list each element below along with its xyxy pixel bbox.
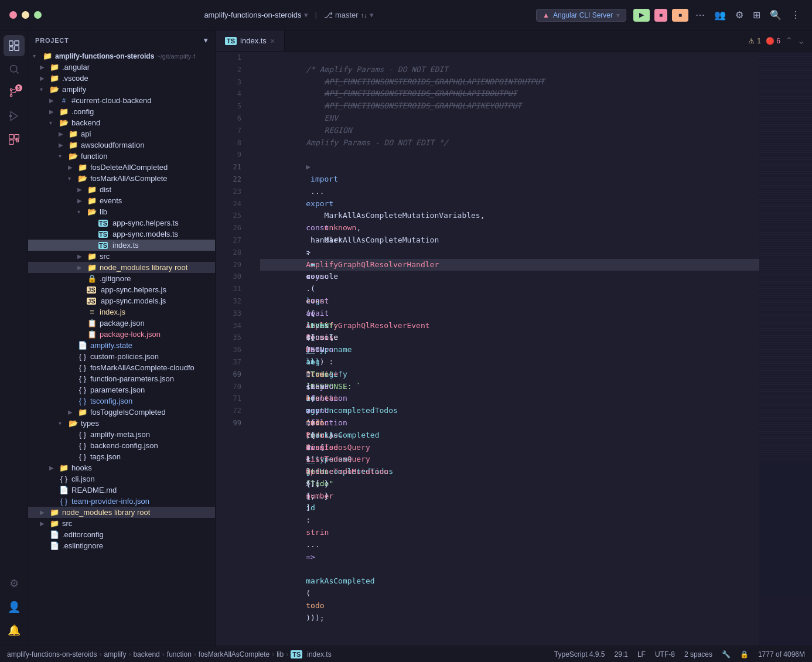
- server-badge[interactable]: ▲ Angular CLI Server ▾: [536, 9, 626, 22]
- svg-point-7: [10, 94, 12, 96]
- tree-fosMarkAllAsComplete[interactable]: ▾ 📂 fosMarkAllAsComplete: [28, 173, 215, 184]
- tree-package-lock-json[interactable]: 📋 package-lock.json: [28, 329, 215, 340]
- stop-red-button[interactable]: ■: [654, 9, 667, 22]
- breadcrumb-function[interactable]: function: [167, 650, 192, 658]
- search-activity-icon[interactable]: [4, 59, 25, 80]
- tree-amplify-meta[interactable]: { } amplify-meta.json: [28, 429, 215, 440]
- breadcrumb-index-ts[interactable]: index.ts: [307, 650, 331, 658]
- tree-awscloudformation[interactable]: ▶ 📁 awscloudformation: [28, 139, 215, 151]
- tree-eslintignore[interactable]: 📄 .eslintignore: [28, 540, 215, 551]
- more-menu-icon[interactable]: ⋮: [789, 7, 803, 23]
- code-line-21: [260, 161, 759, 173]
- tab-close-icon[interactable]: ×: [270, 36, 275, 46]
- tree-editorconfig[interactable]: 📄 .editorconfig: [28, 529, 215, 540]
- code-line-1: /* Amplify Params - DO NOT EDIT: [260, 52, 759, 64]
- breadcrumb-backend[interactable]: backend: [133, 650, 159, 658]
- tree-angular[interactable]: ▶ 📁 .angular: [28, 62, 215, 73]
- breadcrumb-fosMarkAllAsComplete[interactable]: fosMarkAllAsComplete: [199, 650, 269, 658]
- server-dropdown-icon: ▾: [616, 11, 620, 19]
- run-debug-icon[interactable]: [4, 105, 25, 127]
- run-button[interactable]: ▶: [633, 9, 650, 22]
- breadcrumb-lib[interactable]: lib: [277, 650, 284, 658]
- accounts-icon[interactable]: 👥: [712, 7, 728, 23]
- tree-node-modules-inner[interactable]: ▶ 📁 node_modules library root: [28, 262, 215, 273]
- tree-backend[interactable]: ▾ 📂 backend: [28, 117, 215, 128]
- breadcrumb[interactable]: amplify-functions-on-steroids › amplify …: [7, 650, 332, 658]
- tree-node-modules-root[interactable]: ▶ 📁 node_modules library root: [28, 507, 215, 518]
- code-line-33: console . log ( `RESPONSE: ` );: [260, 308, 759, 320]
- explorer-icon[interactable]: [4, 35, 25, 56]
- more-options-icon[interactable]: ⋯: [693, 7, 707, 23]
- status-typescript[interactable]: TypeScript 4.9.5: [554, 650, 605, 658]
- tree-index-js[interactable]: ≡ index.js: [28, 306, 215, 318]
- tab-index-ts[interactable]: TS index.ts ×: [216, 30, 285, 51]
- editor-content[interactable]: 1 2 3 4 5 6 7 8 9 21 22 23 24 25 26 27 2…: [216, 52, 812, 646]
- status-indent[interactable]: 2 spaces: [684, 650, 712, 658]
- source-control-icon[interactable]: 3: [4, 82, 25, 103]
- minimize-button[interactable]: [22, 11, 29, 19]
- tree-root[interactable]: ▾ 📁 amplify-functions-on-steroids ~/git/…: [28, 50, 215, 62]
- accounts-activity-icon[interactable]: 👤: [4, 596, 25, 617]
- breadcrumb-sep-1: ›: [99, 650, 101, 658]
- settings-icon[interactable]: ⚙: [733, 7, 746, 23]
- code-line-9[interactable]: ▶ import ...: [260, 149, 759, 161]
- tree-tags-json[interactable]: { } tags.json: [28, 451, 215, 462]
- status-encoding[interactable]: UTF-8: [655, 650, 675, 658]
- svg-rect-2: [14, 41, 18, 45]
- tab-ts-icon: TS: [225, 37, 237, 45]
- breadcrumb-amplify[interactable]: amplify: [104, 650, 126, 658]
- tree-custom-policies[interactable]: { } custom-policies.json: [28, 351, 215, 362]
- tree-api[interactable]: ▶ 📁 api: [28, 128, 215, 139]
- status-position[interactable]: 29:1: [615, 650, 628, 658]
- stop-orange-button[interactable]: ■: [672, 9, 688, 22]
- tree-dist[interactable]: ▶ 📁 dist: [28, 184, 215, 195]
- tree-src-root[interactable]: ▶ 📁 src: [28, 518, 215, 529]
- close-button[interactable]: [9, 11, 17, 19]
- tree-gitignore[interactable]: 🔒 .gitignore: [28, 273, 215, 284]
- settings-activity-icon[interactable]: ⚙: [4, 573, 25, 594]
- tree-current-cloud-backend[interactable]: ▶ # #current-cloud-backend: [28, 95, 215, 106]
- maximize-button[interactable]: [34, 11, 42, 19]
- tree-function[interactable]: ▾ 📂 function: [28, 151, 215, 162]
- extensions-icon[interactable]: ⊞: [750, 7, 763, 23]
- tree-amplify[interactable]: ▾ 📂 amplify: [28, 84, 215, 95]
- tree-fosDeleteAllCompleted[interactable]: ▶ 📁 fosDeleteAllCompleted: [28, 162, 215, 173]
- tree-app-sync-helpers-ts[interactable]: TS app-sync.helpers.ts: [28, 217, 215, 228]
- extensions-activity-icon[interactable]: [4, 129, 25, 150]
- tree-hooks[interactable]: ▶ 📁 hooks: [28, 462, 215, 473]
- breadcrumb-project[interactable]: amplify-functions-on-steroids: [7, 650, 97, 658]
- branch-name[interactable]: ⎇ master ↑↓ ▾: [324, 11, 374, 19]
- tree-lib[interactable]: ▾ 📂 lib: [28, 206, 215, 217]
- project-dropdown-icon: ▾: [304, 11, 308, 19]
- tree-vscode[interactable]: ▶ 📁 .vscode: [28, 73, 215, 84]
- notifications-icon[interactable]: 🔔: [4, 620, 25, 641]
- tree-app-sync-helpers-js[interactable]: JS app-sync.helpers.js: [28, 284, 215, 295]
- project-name[interactable]: amplify-functions-on-steroids ▾: [204, 11, 308, 19]
- search-icon[interactable]: 🔍: [767, 7, 784, 23]
- tree-events[interactable]: ▶ 📁 events: [28, 195, 215, 206]
- tree-fosMarkAllAsComplete-cloudfo[interactable]: { } fosMarkAllAsComplete-cloudfo: [28, 362, 215, 373]
- tree-readme[interactable]: 📄 README.md: [28, 484, 215, 496]
- tree-parameters-json[interactable]: { } parameters.json: [28, 384, 215, 395]
- tree-amplify-state[interactable]: 📄 amplify.state: [28, 340, 215, 351]
- tree-team-provider-info[interactable]: { } team-provider-info.json: [28, 496, 215, 507]
- tree-app-sync-models-js[interactable]: JS app-sync.models.js: [28, 295, 215, 306]
- titlebar: amplify-functions-on-steroids ▾ | ⎇ mast…: [0, 0, 812, 30]
- tree-tsconfig-json[interactable]: { } tsconfig.json: [28, 395, 215, 407]
- activity-bar: 3 ⚙ 👤 🔔: [0, 30, 28, 646]
- tree-package-json[interactable]: 📋 package.json: [28, 318, 215, 329]
- status-lf[interactable]: LF: [637, 650, 646, 658]
- tree-backend-config[interactable]: { } backend-config.json: [28, 440, 215, 451]
- expand-icon[interactable]: ⌄: [797, 35, 805, 46]
- tree-src-inner[interactable]: ▶ 📁 src: [28, 251, 215, 262]
- tree-types[interactable]: ▾ 📂 types: [28, 418, 215, 429]
- tree-function-parameters[interactable]: { } function-parameters.json: [28, 373, 215, 384]
- code-area[interactable]: /* Amplify Params - DO NOT EDIT API_FUNC…: [255, 52, 759, 646]
- tree-app-sync-models-ts[interactable]: TS app-sync.models.ts: [28, 228, 215, 240]
- tree-cli-json[interactable]: { } cli.json: [28, 473, 215, 484]
- status-memory[interactable]: 1777 of 4096M: [758, 650, 805, 658]
- tree-config[interactable]: ▶ 📁 .config: [28, 106, 215, 117]
- collapse-icon[interactable]: ⌃: [785, 35, 793, 46]
- tree-index-ts[interactable]: TS index.ts: [28, 240, 215, 251]
- tree-fosToggleIsCompleted[interactable]: ▶ 📁 fosToggleIsCompleted: [28, 407, 215, 418]
